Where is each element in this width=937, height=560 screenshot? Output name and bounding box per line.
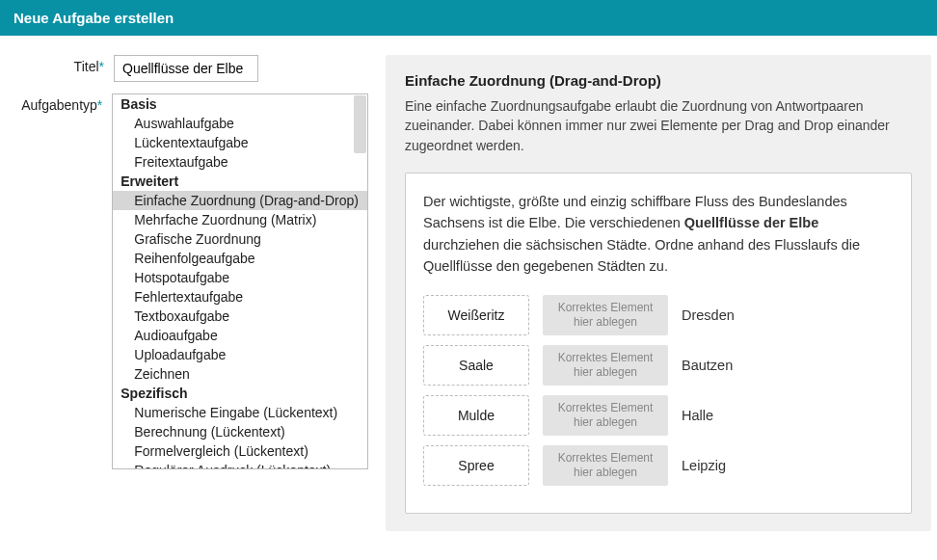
drag-source[interactable]: Saale <box>423 345 529 386</box>
preview-box: Der wichtigste, größte und einzig schiff… <box>405 173 912 514</box>
type-option[interactable]: Berechnung (Lückentext) <box>113 422 367 441</box>
drag-source[interactable]: Weißeritz <box>423 295 529 335</box>
title-label: Titel* <box>0 55 114 82</box>
match-label: Bautzen <box>682 358 733 373</box>
type-option[interactable]: Uploadaufgabe <box>113 345 367 364</box>
drop-target[interactable]: Korrektes Element hier ablegen <box>543 395 668 436</box>
match-rows: WeißeritzKorrektes Element hier ablegenD… <box>423 295 894 486</box>
type-group-label: Erweitert <box>113 172 367 191</box>
type-option[interactable]: Regulärer Ausdruck (Lückentext) <box>113 461 367 469</box>
scrollbar-thumb[interactable] <box>354 95 366 153</box>
required-marker: * <box>97 97 102 113</box>
preview-question-text: Der wichtigste, größte und einzig schiff… <box>423 191 894 278</box>
type-group-label: Basis <box>113 94 367 114</box>
detail-description: Eine einfache Zuordnungsaufgabe erlaubt … <box>405 96 912 155</box>
type-option[interactable]: Auswahlaufgabe <box>113 114 367 133</box>
type-option[interactable]: Grafische Zuordnung <box>113 229 367 249</box>
type-option[interactable]: Numerische Eingabe (Lückentext) <box>113 403 367 422</box>
type-option[interactable]: Reihenfolgeaufgabe <box>113 249 367 268</box>
dialog-header: Neue Aufgabe erstellen <box>0 0 937 36</box>
detail-panel: Einfache Zuordnung (Drag-and-Drop) Eine … <box>386 55 931 531</box>
type-label: Aufgabentyp* <box>0 93 112 469</box>
match-row: MuldeKorrektes Element hier ablegenHalle <box>423 395 894 436</box>
type-option[interactable]: Einfache Zuordnung (Drag-and-Drop) <box>113 191 367 210</box>
drag-source[interactable]: Mulde <box>423 395 529 436</box>
type-option[interactable]: Formelvergleich (Lückentext) <box>113 441 367 461</box>
drag-source[interactable]: Spree <box>423 445 529 486</box>
type-row: Aufgabentyp* BasisAuswahlaufgabeLückente… <box>0 93 368 469</box>
form-column: Titel* Aufgabentyp* BasisAuswahlaufgabeL… <box>0 55 386 531</box>
title-input[interactable] <box>114 55 258 82</box>
match-row: WeißeritzKorrektes Element hier ablegenD… <box>423 295 894 335</box>
type-option[interactable]: Fehlertextaufgabe <box>113 287 367 307</box>
type-option[interactable]: Freitextaufgabe <box>113 152 367 172</box>
match-row: SpreeKorrektes Element hier ablegenLeipz… <box>423 445 894 486</box>
match-label: Halle <box>682 408 713 423</box>
type-listbox[interactable]: BasisAuswahlaufgabeLückentextaufgabeFrei… <box>112 93 368 469</box>
match-label: Leipzig <box>682 458 726 473</box>
drop-target[interactable]: Korrektes Element hier ablegen <box>543 295 668 335</box>
match-row: SaaleKorrektes Element hier ablegenBautz… <box>423 345 894 386</box>
dialog-title: Neue Aufgabe erstellen <box>13 10 174 26</box>
type-option[interactable]: Lückentextaufgabe <box>113 133 367 152</box>
type-option[interactable]: Mehrfache Zuordnung (Matrix) <box>113 210 367 229</box>
detail-title: Einfache Zuordnung (Drag-and-Drop) <box>405 72 912 89</box>
type-option[interactable]: Audioaufgabe <box>113 326 367 345</box>
match-label: Dresden <box>682 307 735 323</box>
type-option[interactable]: Textboxaufgabe <box>113 307 367 326</box>
drop-target[interactable]: Korrektes Element hier ablegen <box>543 345 668 386</box>
drop-target[interactable]: Korrektes Element hier ablegen <box>543 445 668 486</box>
type-option[interactable]: Hotspotaufgabe <box>113 268 367 287</box>
type-group-label: Spezifisch <box>113 384 367 403</box>
dialog-body: Titel* Aufgabentyp* BasisAuswahlaufgabeL… <box>0 36 937 550</box>
required-marker: * <box>99 59 104 74</box>
type-option[interactable]: Zeichnen <box>113 364 367 384</box>
title-row: Titel* <box>0 55 368 82</box>
